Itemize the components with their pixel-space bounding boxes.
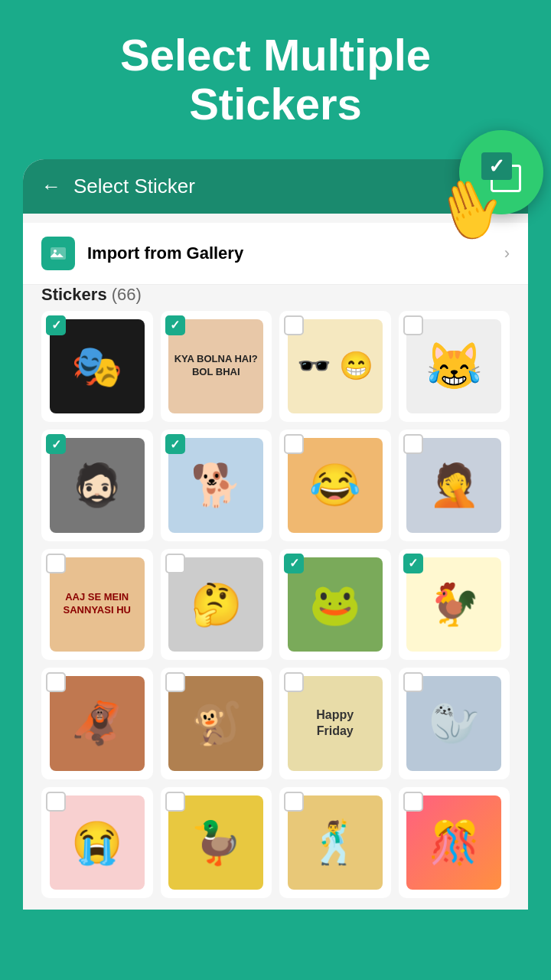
putin2-sticker[interactable]: 🤔 bbox=[161, 549, 272, 661]
svg-rect-0 bbox=[51, 247, 66, 260]
duck-sticker-checkbox[interactable] bbox=[165, 792, 185, 812]
happy-friday-sticker-checkbox[interactable] bbox=[284, 672, 304, 692]
putin2-sticker-checkbox[interactable] bbox=[165, 554, 185, 573]
newyear-sticker[interactable]: 🎊 bbox=[399, 787, 510, 899]
man-facepalm-sticker[interactable]: 🤦 bbox=[399, 430, 510, 541]
monkey-sticker[interactable]: 🐒 bbox=[161, 668, 272, 779]
kid-sticker-checkbox[interactable] bbox=[284, 792, 304, 812]
import-label: Import from Gallery bbox=[87, 243, 492, 263]
import-icon-box bbox=[41, 237, 75, 270]
bald-sticker-checkbox[interactable] bbox=[46, 554, 66, 573]
putin-sticker[interactable]: 🧔🏻 bbox=[41, 430, 153, 541]
rooster-sticker-checkbox[interactable] bbox=[403, 554, 423, 573]
header-section: Select Multiple Stickers bbox=[0, 0, 551, 144]
bald-sticker[interactable]: AAJ SE MEIN SANNYASI HU bbox=[41, 549, 153, 661]
sticker-grid: 🎭KYA BOLNA HAI? BOL BHAI🕶️ 😁😹🧔🏻🐕😂🤦AAJ SE… bbox=[23, 311, 528, 899]
husky-sticker-checkbox[interactable] bbox=[165, 434, 185, 454]
putin-sticker-checkbox[interactable] bbox=[46, 434, 66, 454]
afro-sticker-checkbox[interactable] bbox=[46, 315, 66, 335]
baby-sticker[interactable]: 😭 bbox=[41, 787, 153, 899]
cat-sticker-checkbox[interactable] bbox=[403, 315, 423, 335]
topbar-title: Select Sticker bbox=[73, 175, 195, 198]
kid-sticker[interactable]: 🕺 bbox=[279, 787, 391, 899]
orangutan-sticker-checkbox[interactable] bbox=[46, 672, 66, 692]
sunglasses-sticker[interactable]: 🕶️ 😁 bbox=[279, 311, 391, 423]
newyear-sticker-checkbox[interactable] bbox=[403, 792, 423, 812]
header-line1: Select Multiple bbox=[15, 31, 536, 80]
stickers-label: Stickers (66) bbox=[41, 285, 142, 304]
pepe-sticker[interactable]: 🐸 bbox=[279, 549, 391, 661]
sunglasses-sticker-checkbox[interactable] bbox=[284, 315, 304, 335]
politician-sticker[interactable]: KYA BOLNA HAI? BOL BHAI bbox=[161, 311, 272, 423]
seal-sticker[interactable]: 🦭 bbox=[399, 668, 510, 779]
rooster-sticker[interactable]: 🐓 bbox=[399, 549, 510, 661]
cat-sticker[interactable]: 😹 bbox=[399, 311, 510, 423]
header-line2: Stickers bbox=[15, 80, 536, 129]
orangutan-sticker[interactable]: 🦧 bbox=[41, 668, 153, 779]
gallery-icon bbox=[49, 244, 67, 263]
svg-point-1 bbox=[54, 250, 57, 253]
man-facepalm-sticker-checkbox[interactable] bbox=[403, 434, 423, 454]
duck-sticker[interactable]: 🦆 bbox=[161, 787, 272, 899]
lady-sticker-checkbox[interactable] bbox=[284, 434, 304, 454]
happy-friday-sticker[interactable]: Happy Friday bbox=[279, 668, 391, 779]
baby-sticker-checkbox[interactable] bbox=[46, 792, 66, 812]
import-chevron: › bbox=[504, 243, 510, 263]
politician-sticker-checkbox[interactable] bbox=[165, 315, 185, 335]
husky-sticker[interactable]: 🐕 bbox=[161, 430, 272, 541]
fab-container: ✓ 🤚 bbox=[459, 130, 543, 214]
back-button[interactable]: ← bbox=[41, 175, 61, 198]
seal-sticker-checkbox[interactable] bbox=[403, 672, 423, 692]
phone-screen: ← Select Sticker Import from Gallery › S… bbox=[23, 159, 528, 910]
monkey-sticker-checkbox[interactable] bbox=[165, 672, 185, 692]
stickers-section-header: Stickers (66) bbox=[23, 285, 528, 305]
pepe-sticker-checkbox[interactable] bbox=[284, 554, 304, 573]
afro-sticker[interactable]: 🎭 bbox=[41, 311, 153, 423]
lady-sticker[interactable]: 😂 bbox=[279, 430, 391, 541]
